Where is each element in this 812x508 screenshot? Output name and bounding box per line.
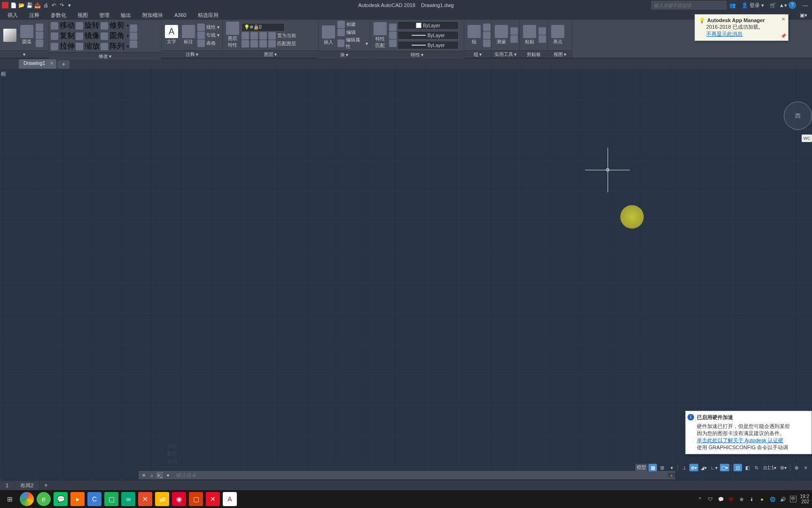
tray-icon1[interactable]: 🛡 [707,496,714,502]
wechat-icon[interactable]: 💬 [54,492,68,506]
infocenter-icon[interactable]: 👥 [729,2,736,8]
tray-up-icon[interactable]: ^ [697,496,703,502]
layout-add-button[interactable]: + [39,481,52,490]
undo-icon[interactable]: ↶ [50,2,57,8]
block-create-button[interactable]: 创建 [337,21,368,28]
add-tab-button[interactable]: + [57,60,70,69]
block-insert-button[interactable]: 插入 [320,24,336,47]
panel-view-label[interactable]: 视图 ▾ [548,50,572,58]
layer-tool3-icon[interactable] [259,32,267,40]
panel-layer-label[interactable]: 图层 ▾ [223,50,318,58]
save-icon[interactable]: 💾 [26,2,33,8]
layer-tool1-icon[interactable] [242,32,249,40]
panel-clip-label[interactable]: 剪贴板 [520,50,547,58]
modify-extra2-icon[interactable] [130,32,137,40]
command-line[interactable]: ✕ ⌕ >_ ▾ ▴ [138,470,676,480]
tray-net-icon[interactable]: 🌐 [769,496,776,502]
status-trans-icon[interactable]: ◧ [743,464,751,471]
exchange-icon[interactable]: 🛒 [770,2,776,8]
tray-ime[interactable]: 中 [790,496,796,502]
stretch-button[interactable]: 拉伸 [51,41,75,51]
layer-tool2-icon[interactable] [250,32,258,40]
leader-button[interactable]: 引线▾ [197,32,219,39]
tray-icon2[interactable]: 💬 [718,496,724,502]
status-model[interactable]: 模型 [635,464,648,471]
lineweight-combo[interactable]: ByLayer [398,31,459,40]
util-icon2[interactable] [510,35,518,43]
search-input[interactable] [651,1,726,9]
block-editattr-button[interactable]: 编辑属性▾ [337,37,368,50]
chrome-icon[interactable] [20,492,34,506]
table-button[interactable]: 表格 [197,40,219,47]
array-button[interactable]: 阵列▾ [101,41,129,51]
wcs-badge[interactable]: WC [802,135,812,142]
panel-annot-label[interactable]: 注释 ▾ [162,50,222,58]
status-ortho-icon[interactable]: ⊥ [680,464,688,471]
panel-modify-label[interactable]: 修改 ▾ [49,52,161,60]
panel-props-label[interactable]: 特性 ▾ [370,51,464,58]
qat-more-icon[interactable]: ▾ [66,2,73,8]
match-layer-button[interactable]: 匹配图层 [277,40,296,47]
status-customize-icon[interactable]: ≡ [802,464,810,471]
status-annoscale[interactable]: ⚖ 1:1▾ [762,464,778,471]
file-tab-drawing1[interactable]: Drawing1✕ [19,59,56,69]
arc-button[interactable]: 圆弧 [19,24,35,46]
rotate-button[interactable]: 旋转 [76,21,100,31]
app1-icon[interactable]: ▸ [70,492,85,506]
tray-vol-icon[interactable]: 🔊 [780,496,786,502]
tray-icon6[interactable]: ● [759,496,765,502]
status-iso-icon[interactable]: ◢▾ [699,464,708,471]
menu-manage[interactable]: 管理 [94,11,115,20]
circle-icon[interactable] [36,32,43,39]
menu-view[interactable]: 视图 [72,11,94,20]
menu-output[interactable]: 输出 [115,11,137,20]
autocad-icon[interactable]: A [223,492,237,506]
mirror-button[interactable]: 镜像 [76,31,100,41]
viewcube[interactable]: 西 [784,102,812,130]
status-snap-icon[interactable]: ⊞ [658,464,666,471]
panel-block-label[interactable]: 块 ▾ [319,51,370,58]
status-gear-icon[interactable]: ⚙▾ [779,464,788,471]
popup1-link[interactable]: 不再显示此消息 [706,31,742,37]
login-button[interactable]: 👤 登录 ▾ [739,2,767,9]
pin-icon[interactable]: 📌 [781,33,786,39]
panel-util-label[interactable]: 实用工具 ▾ [492,50,519,58]
status-grid-icon[interactable]: ▦ [648,464,657,471]
trim-button[interactable]: 修剪▾ [101,21,129,31]
taskview-icon[interactable]: ⊞ [3,492,17,506]
status-cycle-icon[interactable]: ↻ [752,464,761,471]
copy-clip-icon[interactable] [539,35,546,43]
app5-icon[interactable]: ✕ [138,492,152,506]
tray-icon5[interactable]: 🌡 [749,496,755,502]
clock[interactable]: 19:2202 [800,494,809,504]
panel-group-label[interactable]: 组 ▾ [464,50,491,58]
fillet-button[interactable]: 圆角▾ [101,31,129,41]
layer-props-button[interactable]: 图层 特性 [225,21,241,49]
ie-icon[interactable]: e [37,492,51,506]
app3-icon[interactable]: ▢ [104,492,118,506]
color-combo[interactable]: ByLayer [398,21,459,30]
popup1-close-icon[interactable]: ✕ [781,16,786,22]
menu-featured[interactable]: 精选应用 [192,11,224,20]
app-menu-icon[interactable] [2,2,8,8]
app8-icon[interactable]: ✕ [206,492,220,506]
layer-tool6-icon[interactable] [250,40,258,48]
menu-parametric[interactable]: 参数化 [45,11,72,20]
line-button[interactable] [2,28,18,43]
props-icon1[interactable] [389,24,397,31]
minimize-button[interactable]: — [799,0,812,10]
app6-icon[interactable]: ◉ [172,492,186,506]
measure-button[interactable]: 测量 [493,24,509,46]
cut-icon[interactable] [539,27,546,35]
group-icon1[interactable] [483,24,491,31]
layer-tool4-icon[interactable] [268,32,276,40]
status-polar-icon[interactable]: ⊕▾ [689,464,698,471]
set-current-button[interactable]: 置为当前 [277,32,296,39]
scale-button[interactable]: 缩放 [76,41,100,51]
status-osnap-icon[interactable]: ∟▾ [709,464,719,471]
menu-a360[interactable]: A360 [169,11,192,19]
layer-combo[interactable]: 💡❄🔒 0 [242,23,285,32]
modify-extra3-icon[interactable] [130,40,137,48]
menu-annotate[interactable]: 注释 [23,11,45,20]
tray-icon3[interactable]: W [728,496,734,502]
